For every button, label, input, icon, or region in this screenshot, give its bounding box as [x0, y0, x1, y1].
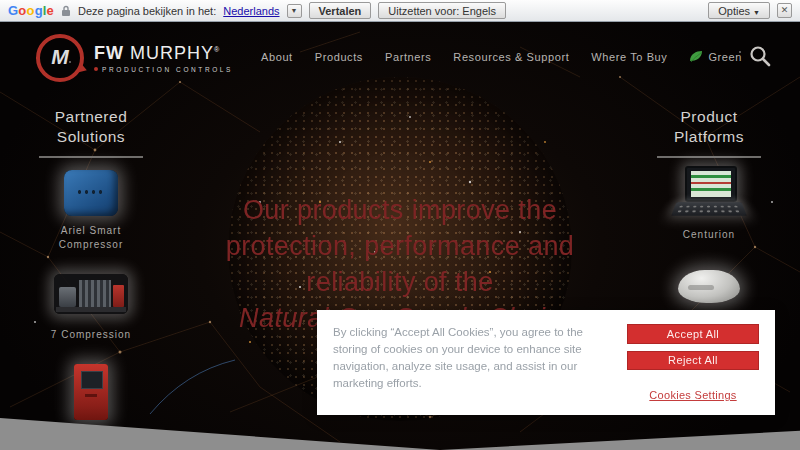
custom-control-panels-image[interactable]	[74, 364, 108, 420]
logo-name: MURPHY	[130, 43, 214, 63]
page: Google Deze pagina bekijken in het: Nede…	[0, 0, 800, 450]
centurion-screen	[685, 166, 737, 202]
site-header: M FW MURPHY® PRODUCTION CONTROLS About P…	[0, 22, 800, 82]
title-underline	[39, 156, 143, 158]
google-logo-letter: o	[18, 3, 26, 18]
close-translate-bar-button[interactable]: ✕	[777, 3, 792, 18]
google-logo-letter: e	[47, 3, 54, 18]
nav-item-about[interactable]: About	[261, 51, 293, 63]
accept-all-button[interactable]: Accept All	[627, 324, 759, 344]
title-underline	[657, 156, 761, 158]
nav-item-partners[interactable]: Partners	[385, 51, 431, 63]
logo-mark-letter: M	[51, 45, 69, 69]
centurion-keyboard	[671, 202, 747, 215]
logo-tagline: PRODUCTION CONTROLS	[94, 66, 233, 73]
caret-down-icon: ▼	[753, 9, 760, 16]
cookie-message: By clicking “Accept All Cookies”, you ag…	[333, 324, 627, 401]
google-logo-letter: G	[8, 3, 18, 18]
options-button-label: Opties	[718, 5, 750, 17]
translate-bar-label: Deze pagina bekijken in het:	[78, 5, 216, 17]
google-logo-letter: g	[35, 3, 43, 18]
fw-murphy-logo[interactable]: M FW MURPHY® PRODUCTION CONTROLS	[36, 34, 233, 82]
close-icon: ✕	[781, 5, 789, 15]
compression-motor	[59, 287, 76, 307]
nav-item-resources-support[interactable]: Resources & Support	[453, 51, 569, 63]
cookie-actions: Accept All Reject All Cookies Settings	[627, 324, 759, 401]
hero-line: Our products improve the	[120, 192, 680, 228]
search-icon[interactable]	[748, 44, 772, 68]
partnered-solutions-title: Partnered Solutions	[43, 107, 139, 147]
main-nav: About Products Partners Resources & Supp…	[261, 50, 742, 63]
reject-all-button[interactable]: Reject All	[627, 351, 759, 371]
translate-button-label: Vertalen	[319, 5, 362, 17]
nav-item-where-to-buy[interactable]: Where To Buy	[591, 51, 667, 63]
leaf-icon	[689, 50, 703, 63]
nav-item-products[interactable]: Products	[315, 51, 363, 63]
nav-item-green[interactable]: Green	[689, 50, 742, 63]
cookie-consent-banner: By clicking “Accept All Cookies”, you ag…	[317, 310, 775, 415]
cookies-settings-link[interactable]: Cookies Settings	[627, 389, 759, 401]
panel-slot	[85, 394, 97, 397]
hero-line: protection, performance and	[120, 228, 680, 264]
murphy-m-icon: M	[36, 34, 84, 82]
compression-image[interactable]	[54, 274, 128, 314]
options-button[interactable]: Opties ▼	[708, 2, 770, 19]
ariel-smart-compressor-image[interactable]	[64, 170, 118, 216]
centurion-image[interactable]	[670, 166, 748, 222]
language-link[interactable]: Nederlands	[223, 5, 279, 17]
mlink-image[interactable]	[678, 270, 740, 303]
compression-pipes	[79, 280, 111, 307]
language-dropdown-button[interactable]: ▼	[287, 4, 302, 18]
google-translate-bar: Google Deze pagina bekijken in het: Nede…	[0, 0, 800, 22]
compression-base	[56, 307, 126, 312]
custom-control-panels-label[interactable]: Custom Control Panels	[16, 432, 166, 446]
nav-item-green-label: Green	[708, 51, 742, 63]
registered-mark: ®	[214, 46, 220, 53]
google-logo-letter: o	[26, 3, 34, 18]
logo-brand: FW	[94, 43, 124, 63]
product-platforms-title: Product Platforms	[661, 107, 757, 147]
lock-icon	[61, 5, 71, 17]
disable-translation-button[interactable]: Uitzetten voor: Engels	[378, 2, 506, 19]
hero-line: reliability of the	[120, 264, 680, 300]
logo-arrow-decoration	[78, 63, 89, 75]
panel-screen	[81, 371, 103, 389]
logo-text: FW MURPHY® PRODUCTION CONTROLS	[94, 43, 233, 73]
google-logo: Google	[8, 3, 54, 18]
translate-button[interactable]: Vertalen	[309, 2, 372, 19]
